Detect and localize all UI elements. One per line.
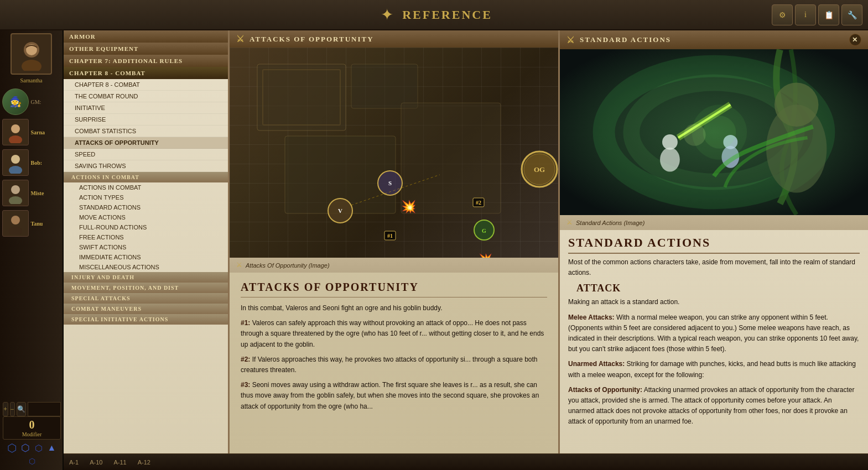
player-name-tanu: Tanu — [31, 221, 61, 227]
toc-item-surprise[interactable]: SURPRISE — [64, 114, 228, 126]
toc-movement[interactable]: MOVEMENT, POSITION, AND DIST — [64, 283, 228, 293]
sa-para-1: Unarmed Attacks: Striking for damage wit… — [568, 359, 860, 380]
toc-item-attacks-opp[interactable]: ATTACKS OF OPPORTUNITY — [64, 137, 228, 149]
sa-image-caption-row: ⚔ Standard Actions (Image) — [560, 215, 868, 230]
main-content: ARMOR OTHER EQUIPMENT CHAPTER 7: ADDITIO… — [64, 30, 868, 453]
info-button[interactable]: i — [795, 4, 816, 25]
svg-point-47 — [703, 116, 736, 149]
toc-sub-free-actions[interactable]: FREE ACTIONS — [64, 232, 228, 242]
player-row-3[interactable]: Miste — [1, 179, 62, 207]
caption-icon: ⚔ — [236, 261, 242, 269]
bottom-label-2: A-10 — [90, 459, 102, 466]
app-logo: ✦ Reference — [6, 4, 862, 26]
sa-caption-icon: ⚔ — [566, 218, 573, 227]
toc-sub-immediate-actions[interactable]: IMMEDIATE ACTIONS — [64, 252, 228, 262]
sa-attack-intro: Making an attack is a standard action. — [568, 297, 860, 307]
reading-panel: ⚔ ATTACKS OF OPPORTUNITY V — [230, 30, 558, 453]
svg-point-4 — [9, 135, 22, 143]
toc-sub-misc-actions[interactable]: MISCELLANEOUS ACTIONS — [64, 262, 228, 272]
svg-text:OG: OG — [534, 165, 545, 174]
svg-point-9 — [11, 216, 20, 224]
die-5[interactable]: ⬡ — [26, 455, 38, 467]
logo-icon: ✦ — [376, 4, 398, 26]
player-row-1[interactable]: Sarna — [1, 118, 62, 147]
svg-point-38 — [660, 148, 680, 172]
die-2[interactable]: ⬡ — [19, 442, 32, 454]
settings-button[interactable]: ⚙ — [772, 4, 793, 25]
reading-image-caption: Attacks Of Opportunity (Image) — [246, 262, 330, 269]
toc-sub-move-actions[interactable]: MOVE ACTIONS — [64, 212, 228, 222]
attacks-section-title: ATTACKS OF OPPORTUNITY — [241, 281, 547, 297]
clipboard-button[interactable]: 📋 — [818, 4, 839, 25]
player-thumb-tanu[interactable] — [2, 210, 29, 237]
sa-para-0: Melee Attacks: With a normal melee weapo… — [568, 312, 860, 355]
player-thumb-sarna[interactable] — [2, 119, 29, 145]
sa-image-caption: Standard Actions (Image) — [576, 220, 644, 226]
player-row-2[interactable]: Bob: — [1, 148, 62, 177]
reading-para-2: #2: If Valeros approaches this way, he p… — [241, 354, 547, 375]
toc-special-attacks[interactable]: SPECIAL ATTACKS — [64, 293, 228, 304]
reading-para-3: #3: Seoni moves away using a withdraw ac… — [241, 380, 547, 412]
toc-sub-standard-actions[interactable]: STANDARD ACTIONS — [64, 202, 228, 212]
player-row-4[interactable]: Tanu — [1, 209, 62, 238]
svg-point-48 — [684, 124, 706, 146]
reading-panel-header: ⚔ ATTACKS OF OPPORTUNITY — [230, 30, 558, 48]
app-title: Reference — [402, 8, 492, 22]
reading-image-caption-row: ⚔ Attacks Of Opportunity (Image) — [230, 258, 558, 273]
svg-rect-12 — [257, 64, 346, 130]
player-info-bob: Bob: — [31, 160, 61, 166]
sa-intro-para: Most of the common actions characters ta… — [568, 257, 860, 278]
svg-text:#2: #2 — [476, 200, 481, 206]
toc-panel: ARMOR OTHER EQUIPMENT CHAPTER 7: ADDITIO… — [64, 30, 230, 453]
sa-para-2: Attacks of Opportunity: Attacking unarme… — [568, 385, 860, 427]
toc-item-ch8[interactable]: CHAPTER 8 - COMBAT — [64, 79, 228, 91]
toc-special-initiative[interactable]: SPECIAL INITIATIVE ACTIONS — [64, 314, 228, 325]
gm-info: GM: — [31, 99, 61, 105]
reading-panel-icon: ⚔ — [236, 34, 245, 44]
toc-item-saving-throws[interactable]: SAVING THROWS — [64, 160, 228, 172]
tools-button[interactable]: 🔧 — [841, 4, 862, 25]
toc-item-initiative[interactable]: INITIATIVE — [64, 102, 228, 114]
toc-chapter8-combat[interactable]: CHAPTER 8 - COMBAT — [64, 67, 228, 79]
dice-row: ⬡ ⬡ ⬡ ▲ ⬡ — [3, 442, 61, 467]
main-player-portrait[interactable] — [11, 33, 52, 75]
svg-point-7 — [11, 185, 20, 194]
toc-item-combat-stats[interactable]: COMBAT STATISTICS — [64, 126, 228, 137]
search-button[interactable]: 🔍 — [17, 402, 26, 416]
player-name-sarna: Sarna — [31, 129, 61, 135]
player-name-miste: Miste — [31, 190, 61, 196]
toc-item-combat-round[interactable]: THE COMBAT ROUND — [64, 91, 228, 102]
die-1[interactable]: ⬡ — [6, 442, 18, 454]
search-input[interactable] — [28, 402, 61, 416]
toc-armor[interactable]: ARMOR — [64, 30, 228, 43]
die-3[interactable]: ⬡ — [33, 442, 45, 454]
sa-combat-svg — [560, 49, 868, 215]
toc-sub-swift-actions[interactable]: SWIFT ACTIONS — [64, 242, 228, 252]
toc-combat-maneuvers[interactable]: COMBAT MANEUVERS — [64, 304, 228, 314]
player-info-sarna: Sarna — [31, 129, 61, 135]
standard-actions-panel: ⚔ STANDARD ACTIONS ✕ — [558, 30, 868, 453]
sa-image — [560, 49, 868, 215]
remove-button[interactable]: − — [10, 402, 15, 416]
svg-text:V: V — [338, 207, 342, 214]
toc-item-speed[interactable]: SPEED — [64, 149, 228, 160]
toc-actions-in-combat[interactable]: ACTIONS IN COMBAT — [64, 172, 228, 182]
die-4[interactable]: ▲ — [46, 442, 58, 454]
add-button[interactable]: + — [3, 402, 8, 416]
player-thumb-bob[interactable] — [2, 149, 29, 176]
svg-point-6 — [9, 166, 22, 174]
toc-chapter7[interactable]: CHAPTER 7: ADDITIONAL RULES — [64, 55, 228, 67]
toc-sub-full-round[interactable]: FULL-ROUND ACTIONS — [64, 222, 228, 232]
bottom-label-3: A-11 — [113, 459, 126, 466]
bottom-label-4: A-12 — [138, 459, 150, 466]
toc-sub-action-types[interactable]: ACTION TYPES — [64, 192, 228, 202]
sa-close-button[interactable]: ✕ — [849, 34, 861, 46]
svg-point-5 — [11, 155, 20, 164]
toc-other-equipment[interactable]: OTHER EQUIPMENT — [64, 43, 228, 55]
toc-sub-actions-in-combat[interactable]: ACTIONS IN COMBAT — [64, 182, 228, 192]
player-thumb-miste[interactable] — [2, 180, 29, 206]
reading-content: ATTACKS OF OPPORTUNITY In this combat, V… — [230, 273, 558, 425]
toc-injury-death[interactable]: INJURY AND DEATH — [64, 272, 228, 283]
gm-row: 🧙 GM: — [1, 87, 62, 116]
player-name-bob: Bob: — [31, 160, 61, 166]
